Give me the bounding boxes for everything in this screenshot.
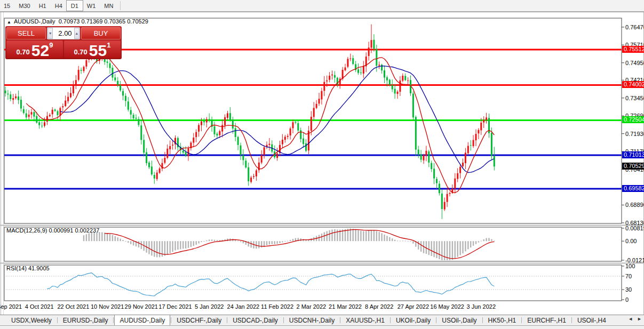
tab-separator bbox=[340, 317, 340, 323]
macd-histogram-bar bbox=[321, 234, 322, 241]
chart-collapse-icon[interactable]: ▲ bbox=[7, 20, 11, 25]
timeframe-button-d1[interactable]: D1 bbox=[66, 0, 83, 11]
macd-histogram-bar bbox=[269, 241, 270, 244]
macd-histogram-bar bbox=[467, 241, 468, 249]
tab-usdcad-daily[interactable]: USDCAD-,Daily bbox=[228, 315, 283, 325]
macd-signal-line bbox=[105, 230, 494, 259]
candle-body bbox=[206, 119, 208, 122]
macd-histogram-bar bbox=[125, 241, 126, 242]
rsi-tick-label: 70 bbox=[625, 273, 632, 279]
candle-body bbox=[28, 115, 30, 117]
candle-body bbox=[229, 113, 231, 120]
candle-body bbox=[209, 119, 210, 119]
macd-histogram-bar bbox=[243, 241, 244, 243]
tab-eurchf-h1[interactable]: EURCHF-,H1 bbox=[522, 315, 571, 325]
candle-body bbox=[371, 40, 372, 47]
macd-histogram-bar bbox=[292, 239, 293, 241]
tab-usdx-weekly[interactable]: USDX,Weekly bbox=[6, 315, 57, 325]
candle-body bbox=[339, 79, 341, 85]
macd-histogram-bar bbox=[86, 234, 87, 241]
macd-histogram-bar bbox=[148, 241, 149, 254]
tab-scroll-left-icon[interactable]: ◄ bbox=[628, 316, 633, 322]
macd-histogram-bar bbox=[276, 241, 277, 244]
macd-histogram-bar bbox=[222, 240, 223, 241]
candle-body bbox=[355, 64, 356, 70]
tab-usoil-daily[interactable]: USOil-,Daily bbox=[437, 315, 481, 325]
date-label: 24 Jan 2022 bbox=[227, 303, 260, 310]
timeframe-button-w1[interactable]: W1 bbox=[82, 0, 101, 11]
macd-histogram-bar bbox=[308, 239, 309, 241]
tab-audusd-daily[interactable]: AUDUSD-,Daily bbox=[114, 315, 170, 325]
chart-title: ▲AUDUSD-,Daily 0.70973 0.71369 0.70365 0… bbox=[7, 18, 148, 25]
tab-xauusd-h1[interactable]: XAUUSD-,H1 bbox=[341, 315, 389, 325]
macd-histogram-bar bbox=[250, 241, 251, 247]
tab-eurusd-daily[interactable]: EURUSD-,Daily bbox=[58, 315, 113, 325]
candle-body bbox=[475, 134, 477, 140]
volume-input[interactable] bbox=[53, 28, 74, 39]
candle-body bbox=[425, 151, 427, 156]
macd-histogram-bar bbox=[185, 241, 186, 248]
macd-histogram-bar bbox=[107, 233, 108, 241]
candle-body bbox=[305, 143, 307, 151]
one-click-trade-panel: SELL ▼ ▲ BUY 0.70 52 9 0.70 55 1 bbox=[5, 26, 122, 59]
sell-button[interactable]: SELL bbox=[6, 27, 46, 39]
macd-histogram-bar bbox=[182, 241, 184, 248]
macd-histogram-bar bbox=[365, 231, 367, 241]
macd-histogram-bar bbox=[483, 239, 484, 241]
volume-decrease-icon[interactable]: ▼ bbox=[47, 28, 53, 39]
candle-body bbox=[399, 81, 401, 92]
macd-histogram-bar bbox=[240, 241, 241, 242]
tab-ukoil-daily[interactable]: UKOil-,Daily bbox=[391, 315, 435, 325]
macd-histogram-bar bbox=[470, 241, 471, 247]
candle-body bbox=[295, 122, 296, 123]
macd-histogram-bar bbox=[290, 240, 291, 241]
candle-body bbox=[151, 166, 153, 174]
tab-usoil-h4[interactable]: USOil-,H4 bbox=[573, 315, 611, 325]
candle-body bbox=[467, 146, 469, 154]
macd-histogram-bar bbox=[392, 238, 393, 241]
macd-histogram-bar bbox=[486, 238, 487, 241]
timeframe-button-m30[interactable]: M30 bbox=[14, 0, 35, 11]
macd-histogram-bar bbox=[264, 241, 265, 246]
candle-body bbox=[23, 109, 25, 113]
buy-button[interactable]: BUY bbox=[81, 27, 121, 39]
candle-body bbox=[125, 96, 126, 101]
macd-histogram-bar bbox=[248, 241, 249, 246]
timeframe-button-15[interactable]: 15 bbox=[0, 0, 15, 11]
macd-histogram-bar bbox=[209, 239, 210, 241]
macd-histogram-bar bbox=[232, 239, 233, 241]
macd-histogram-bar bbox=[462, 241, 463, 253]
candle-body bbox=[242, 155, 244, 160]
tab-usdcnh-daily[interactable]: USDCNH-,Daily bbox=[284, 315, 339, 325]
candle-body bbox=[12, 98, 14, 100]
candle-body bbox=[182, 150, 184, 153]
timeframe-button-h1[interactable]: H1 bbox=[34, 0, 51, 11]
candle-body bbox=[193, 138, 194, 143]
ma-slow-line bbox=[60, 66, 494, 173]
buy-price-box[interactable]: 0.70 55 1 bbox=[64, 41, 121, 58]
buy-price-pip: 1 bbox=[107, 41, 110, 49]
candle-body bbox=[75, 80, 77, 85]
candle-body bbox=[140, 125, 142, 140]
timeframe-button-h4[interactable]: H4 bbox=[50, 0, 67, 11]
macd-histogram-bar bbox=[428, 241, 430, 255]
macd-histogram-bar bbox=[112, 235, 113, 241]
tab-usdchf-daily[interactable]: USDCHF-,Daily bbox=[172, 315, 226, 325]
macd-histogram-bar bbox=[266, 241, 267, 245]
candle-body bbox=[394, 89, 396, 94]
sell-price-box[interactable]: 0.70 52 9 bbox=[6, 41, 63, 58]
candle-body bbox=[52, 110, 53, 115]
candle-body bbox=[284, 137, 286, 140]
macd-histogram-bar bbox=[386, 236, 387, 241]
timeframe-button-mn[interactable]: MN bbox=[99, 0, 118, 11]
tab-hk50-h1[interactable]: HK50-,H1 bbox=[483, 315, 521, 325]
macd-histogram-bar bbox=[104, 232, 105, 241]
macd-histogram-bar bbox=[379, 232, 380, 241]
candle-body bbox=[392, 85, 393, 90]
price-tick-label: 0.73450 bbox=[625, 95, 644, 101]
macd-histogram-bar bbox=[488, 238, 489, 241]
macd-histogram-bar bbox=[206, 240, 207, 242]
tab-scroll-right-icon[interactable]: ► bbox=[637, 316, 642, 322]
volume-increase-icon[interactable]: ▲ bbox=[74, 28, 79, 39]
candle-body bbox=[311, 117, 312, 131]
